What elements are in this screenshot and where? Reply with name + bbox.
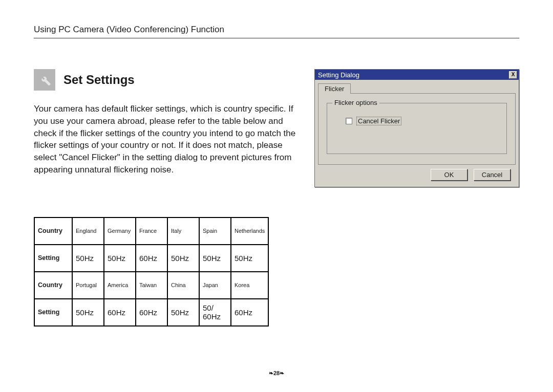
setting-cell: 50Hz (167, 245, 199, 272)
flicker-table: Country England Germany France Italy Spa… (34, 217, 269, 326)
country-cell: England (72, 217, 104, 245)
row-label-country: Country (34, 217, 72, 245)
setting-cell: 60Hz (136, 245, 167, 272)
country-cell: France (136, 217, 167, 245)
tab-flicker[interactable]: Flicker (318, 83, 351, 94)
setting-cell: 50Hz (72, 299, 104, 326)
setting-cell: 50Hz (199, 245, 231, 272)
country-cell: China (167, 272, 199, 299)
setting-cell: 60Hz (104, 299, 136, 326)
section-title: Set Settings (63, 73, 135, 87)
setting-cell: 50/ 60Hz (199, 299, 231, 326)
tabstrip: Flicker (318, 83, 516, 93)
page-number: ❧28❧ (0, 370, 553, 377)
wrench-icon (34, 69, 55, 91)
dialog-body: Flicker Flicker options Cancel Flicker O… (315, 80, 519, 187)
close-button[interactable]: X (509, 71, 517, 79)
table-row: Setting 50Hz 50Hz 60Hz 50Hz 50Hz 50Hz (34, 245, 268, 272)
cancel-flicker-row[interactable]: Cancel Flicker (346, 117, 500, 125)
page-header: Using PC Camera (Video Conferencing) Fun… (34, 25, 519, 38)
groupbox-legend: Flicker options (332, 99, 379, 106)
setting-cell: 50Hz (104, 245, 136, 272)
country-cell: Japan (199, 272, 231, 299)
table-row: Setting 50Hz 60Hz 60Hz 50Hz 50/ 60Hz 60H… (34, 299, 268, 326)
country-cell: Germany (104, 217, 136, 245)
row-label-country: Country (34, 272, 72, 299)
section-heading-row: Set Settings (34, 69, 302, 91)
dialog-title: Setting Dialog (318, 71, 359, 79)
table-row: Country England Germany France Italy Spa… (34, 217, 268, 245)
dialog-titlebar[interactable]: Setting Dialog X (315, 70, 519, 80)
text-column: Set Settings Your camera has default fli… (34, 69, 302, 326)
manual-page: Using PC Camera (Video Conferencing) Fun… (0, 0, 553, 392)
setting-cell: 60Hz (136, 299, 167, 326)
flicker-options-group: Flicker options Cancel Flicker (327, 103, 507, 154)
cancel-flicker-label: Cancel Flicker (356, 117, 401, 125)
ok-button[interactable]: OK (431, 169, 467, 181)
setting-dialog: Setting Dialog X Flicker Flicker options… (314, 69, 519, 187)
setting-cell: 50Hz (231, 245, 268, 272)
setting-cell: 60Hz (231, 299, 268, 326)
cancel-flicker-checkbox[interactable] (346, 118, 352, 124)
cancel-button[interactable]: Cancel (474, 169, 511, 181)
row-label-setting: Setting (34, 299, 72, 326)
setting-cell: 50Hz (72, 245, 104, 272)
country-cell: Netherlands (231, 217, 268, 245)
country-cell: Spain (199, 217, 231, 245)
setting-cell: 50Hz (167, 299, 199, 326)
dialog-button-row: OK Cancel (318, 165, 516, 182)
country-cell: Italy (167, 217, 199, 245)
close-icon: X (512, 72, 515, 77)
tab-pane: Flicker options Cancel Flicker (318, 93, 516, 165)
country-cell: America (104, 272, 136, 299)
section-body: Your camera has default flicker settings… (34, 103, 300, 176)
country-cell: Taiwan (136, 272, 167, 299)
row-label-setting: Setting (34, 245, 72, 272)
content-columns: Set Settings Your camera has default fli… (34, 69, 519, 326)
table-row: Country Portugal America Taiwan China Ja… (34, 272, 268, 299)
country-cell: Portugal (72, 272, 104, 299)
country-cell: Korea (231, 272, 268, 299)
